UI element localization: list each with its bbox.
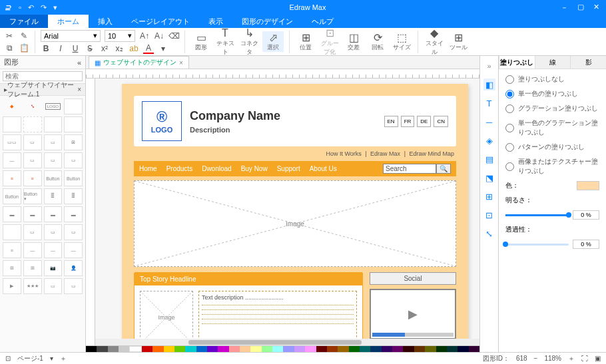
shape-item[interactable]: ⊠	[64, 134, 83, 150]
h-scrollbar[interactable]	[95, 339, 479, 345]
fill-none[interactable]: 塗りつぶしなし	[505, 75, 599, 84]
wf-nav-item[interactable]: Home	[139, 165, 157, 172]
shape-item[interactable]: ⤡	[23, 98, 42, 114]
shape-item[interactable]: ★★★	[23, 278, 42, 294]
fill-panel-icon[interactable]: ◧	[483, 79, 495, 91]
shape-item[interactable]: ▭	[23, 134, 42, 150]
size-combo[interactable]: 10▾	[105, 30, 135, 42]
tab-line[interactable]: 線	[535, 56, 571, 69]
menu-help[interactable]: ヘルプ	[302, 15, 343, 28]
wf-video[interactable]: ▶	[370, 289, 456, 339]
wf-nav-item[interactable]: Dwonload	[202, 165, 231, 172]
group-tool[interactable]: ⊡グループ化	[319, 27, 340, 57]
rotate-tool[interactable]: ⟳回転	[367, 31, 388, 52]
pin-icon[interactable]: ×	[77, 86, 81, 93]
size-tool[interactable]: ⬚サイズ	[391, 31, 412, 52]
wf-social[interactable]: Social	[370, 272, 456, 285]
bold-icon[interactable]: B	[41, 43, 51, 54]
menu-view[interactable]: 表示	[199, 15, 232, 28]
qat-more-icon[interactable]: ▾	[53, 3, 57, 12]
fullscreen-icon[interactable]: ▣	[595, 355, 601, 362]
shape-item[interactable]: ≡	[23, 170, 42, 186]
shape-item[interactable]	[64, 98, 83, 114]
shape-item[interactable]: Button	[44, 170, 63, 186]
wf-company-name[interactable]: Company Name	[190, 109, 280, 123]
shape-item[interactable]: ▭	[44, 278, 63, 294]
qat-redo-icon[interactable]: ↷	[41, 3, 47, 12]
strike-icon[interactable]: S̶	[85, 43, 95, 54]
shape-item[interactable]	[23, 116, 42, 132]
maximize-icon[interactable]: ▢	[577, 3, 584, 13]
wf-nav-item[interactable]: Buy Now	[241, 165, 268, 172]
shape-item[interactable]: ⊞	[3, 260, 21, 276]
shape-item[interactable]: ◆	[3, 98, 21, 114]
shape-item[interactable]: ▬	[3, 206, 21, 222]
shape-item[interactable]: ▭	[64, 224, 83, 240]
arrange-tool[interactable]: ◫交差	[343, 31, 364, 52]
sub-icon[interactable]: x₂	[114, 43, 125, 54]
menu-insert[interactable]: 挿入	[89, 15, 122, 28]
brightness-value[interactable]: 0 %	[573, 210, 599, 220]
wf-description[interactable]: Description	[190, 126, 280, 134]
close-tab-icon[interactable]: ×	[179, 59, 183, 67]
shape-item[interactable]: ―	[3, 152, 21, 168]
page-dropdown-icon[interactable]: ▾	[50, 355, 53, 362]
zoom-out-icon[interactable]: −	[534, 355, 538, 362]
shrink-font-icon[interactable]: A↓	[154, 31, 164, 41]
shape-item[interactable]: 👤	[64, 260, 83, 276]
grow-font-icon[interactable]: A↑	[139, 31, 150, 41]
shape-item[interactable]	[44, 116, 63, 132]
fill-texture[interactable]: 画像またはテクスチャー塗りつぶし	[505, 157, 599, 176]
shape-item[interactable]: ▭	[23, 152, 42, 168]
wf-story-headline[interactable]: Top Story Headline	[135, 273, 362, 285]
shape-item[interactable]: ▬	[64, 206, 83, 222]
shape-item[interactable]: ≡	[3, 170, 21, 186]
shape-item[interactable]: ―	[23, 242, 42, 258]
color-palette-bar[interactable]	[86, 345, 479, 352]
wf-search-input[interactable]	[383, 164, 436, 174]
shape-item[interactable]: ▭	[44, 224, 63, 240]
shape-item[interactable]: ▭	[64, 278, 83, 294]
shape-item[interactable]: ⊞	[23, 260, 42, 276]
doc-tab[interactable]: ▦ ウェブサイトのデザイン ×	[89, 56, 189, 69]
shape-item[interactable]	[3, 116, 21, 132]
minimize-icon[interactable]: －	[561, 3, 568, 13]
fill-gradient[interactable]: グラデーション塗りつぶし	[505, 104, 599, 113]
clear-format-icon[interactable]: ⌫	[168, 31, 179, 41]
shape-item[interactable]: ▭	[44, 134, 63, 150]
wf-nav-item[interactable]: About Us	[310, 165, 337, 172]
shape-item[interactable]: Button	[3, 188, 21, 204]
shape-item[interactable]	[3, 224, 21, 240]
canvas[interactable]: ®LOGO Company Name Description EN FR DE …	[95, 79, 479, 345]
shape-item[interactable]: ▭▭	[3, 134, 21, 150]
shape-item[interactable]: ▬	[44, 206, 63, 222]
wf-lang-btn[interactable]: DE	[417, 116, 431, 127]
font-combo[interactable]: Arial▾	[41, 30, 101, 42]
collapse-panel-icon[interactable]: «	[77, 59, 81, 67]
shape-item[interactable]: ―	[44, 242, 63, 258]
shape-item[interactable]: ▶	[3, 278, 21, 294]
shape-tool[interactable]: ▭図形	[190, 31, 212, 52]
shape-item[interactable]: ▭	[23, 224, 42, 240]
connector-tool[interactable]: ↳コネクタ	[238, 27, 260, 57]
add-page-icon[interactable]: ＋	[60, 354, 67, 363]
transparency-value[interactable]: 0 %	[573, 240, 599, 249]
shape-item[interactable]: ≣	[64, 188, 83, 204]
page-name[interactable]: ページ-1	[17, 354, 43, 363]
wf-logo[interactable]: ®LOGO	[142, 101, 182, 141]
qat-save-icon[interactable]: ▫	[19, 3, 21, 12]
wf-lang-btn[interactable]: CN	[434, 116, 448, 127]
shape-item[interactable]: ―	[64, 242, 83, 258]
shape-item[interactable]	[64, 116, 83, 132]
page-nav-icon[interactable]: ⊡	[5, 355, 11, 362]
shape-item[interactable]: ▭	[64, 152, 83, 168]
shape-item[interactable]: ≣	[44, 188, 63, 204]
wf-nav-item[interactable]: Support	[277, 165, 300, 172]
super-icon[interactable]: x²	[99, 43, 110, 54]
wf-story-text[interactable]: Text description .......................	[198, 291, 357, 344]
theme-panel-icon[interactable]: ◈	[483, 134, 495, 146]
select-tool[interactable]: ⬀選択	[262, 31, 284, 52]
shape-item[interactable]: LOGO	[44, 98, 63, 114]
highlight-icon[interactable]: ab	[129, 43, 139, 54]
underline-icon[interactable]: U	[70, 43, 81, 54]
